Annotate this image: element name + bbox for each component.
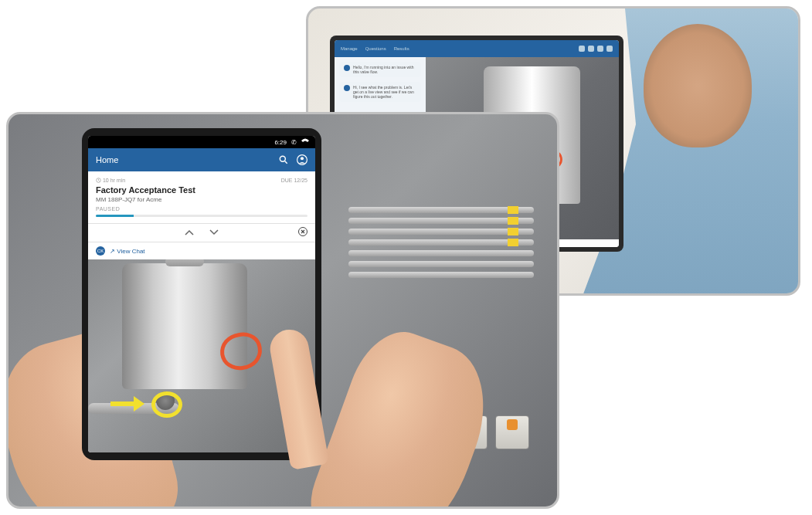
svg-point-3 <box>301 157 304 160</box>
notification-icon[interactable] <box>579 46 585 52</box>
svg-line-1 <box>285 161 287 164</box>
chat-text: Hi, I see what the problem is. Let's get… <box>353 85 416 99</box>
yellow-annotation-arrow <box>110 401 141 406</box>
pipe-tag <box>508 228 518 235</box>
header-action-icons <box>579 46 613 52</box>
pipe <box>348 218 534 224</box>
svg-point-0 <box>280 156 285 161</box>
pipe <box>348 207 534 213</box>
header-tabs: Manage Questions Results <box>341 46 409 51</box>
tablet-scene-card: 6:29 ✆ Home <box>6 112 559 509</box>
task-duration: 10 hr min <box>96 178 125 183</box>
view-chat-row[interactable]: CK ↗ View Chat <box>88 242 315 259</box>
settings-icon[interactable] <box>588 46 594 52</box>
pipe-tag <box>508 206 518 214</box>
avatar <box>344 85 350 91</box>
task-nav-row <box>88 224 315 242</box>
pipe <box>348 261 534 267</box>
profile-icon[interactable] <box>297 154 307 165</box>
phone-icon: ✆ <box>291 139 297 146</box>
pipe <box>348 239 534 246</box>
app-header: Home <box>88 148 315 171</box>
chat-avatar-badge: CK <box>96 246 105 256</box>
chat-message[interactable]: Hi, I see what the problem is. Let's get… <box>339 82 421 102</box>
task-card[interactable]: 10 hr min DUE 12/25 Factory Acceptance T… <box>88 171 315 224</box>
tab-results[interactable]: Results <box>394 46 409 51</box>
nav-up-button[interactable] <box>185 229 194 237</box>
task-title: Factory Acceptance Test <box>96 185 307 195</box>
search-icon[interactable] <box>278 154 289 165</box>
pipe <box>348 272 534 278</box>
help-icon[interactable] <box>597 46 603 52</box>
close-button[interactable] <box>298 227 307 239</box>
control-box <box>495 415 529 449</box>
chat-text: Hello, I'm running into an issue with th… <box>353 65 416 74</box>
task-progress-bar <box>96 215 307 217</box>
view-chat-link[interactable]: ↗ View Chat <box>110 248 145 255</box>
pipe <box>348 250 534 256</box>
app-header-bar: Manage Questions Results <box>335 40 619 57</box>
avatar <box>344 65 350 71</box>
task-meta-row: 10 hr min DUE 12/25 <box>96 178 307 183</box>
pipe-rack <box>348 207 534 361</box>
status-bar: 6:29 ✆ <box>88 136 315 148</box>
profile-icon[interactable] <box>606 46 613 52</box>
tab-questions[interactable]: Questions <box>365 46 386 51</box>
task-status: PAUSED <box>96 206 307 212</box>
header-actions <box>278 154 307 165</box>
wifi-icon <box>301 138 309 146</box>
yellow-annotation-circle <box>151 391 182 418</box>
task-subtitle: MM 188P-JQ7 for Acme <box>96 196 307 203</box>
pipe <box>348 229 534 235</box>
task-progress-fill <box>96 215 134 217</box>
pipe-tag <box>508 239 518 246</box>
pipe-tag <box>508 217 518 225</box>
chat-message[interactable]: Hello, I'm running into an issue with th… <box>339 62 421 77</box>
nav-down-button[interactable] <box>209 229 219 237</box>
task-due-date: DUE 12/25 <box>281 178 307 183</box>
equipment-tank <box>122 263 247 389</box>
status-time: 6:29 <box>274 139 287 146</box>
tab-manage[interactable]: Manage <box>341 46 358 51</box>
page-title: Home <box>96 155 118 164</box>
